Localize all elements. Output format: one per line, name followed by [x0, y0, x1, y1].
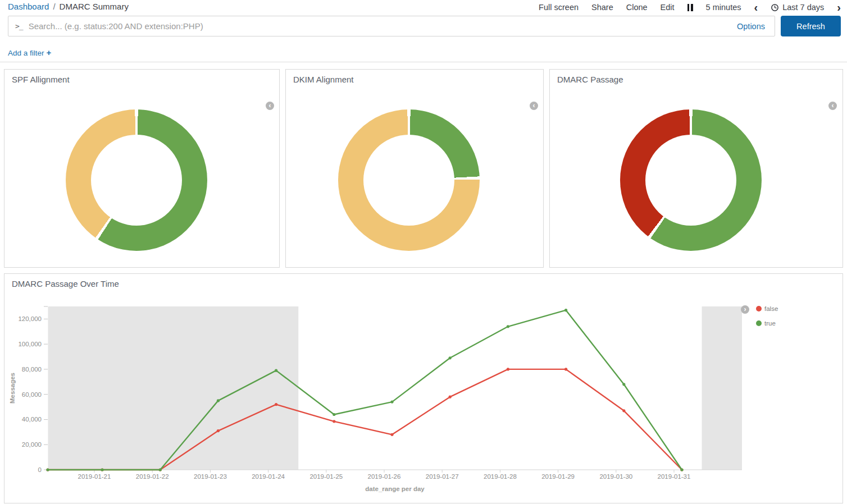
breadcrumb: Dashboard/DMARC Summary — [8, 2, 129, 11]
data-point-true[interactable] — [564, 309, 567, 311]
panel-dmarc-passage-over-time: DMARC Passage Over Time 2019-01-212019-0… — [4, 273, 843, 503]
donut-chart-dmarc[interactable] — [620, 109, 762, 251]
options-link[interactable]: Options — [727, 22, 775, 31]
data-point-true[interactable] — [333, 413, 335, 416]
x-tick-label: 2019-01-21 — [78, 473, 111, 480]
y-axis-title: Messages — [9, 373, 16, 404]
donut-chart-spf[interactable] — [66, 109, 207, 251]
legend-item-true[interactable]: true — [756, 320, 776, 327]
x-tick-label: 2019-01-30 — [599, 473, 632, 480]
y-tick-label: 0 — [38, 466, 42, 473]
data-point-false[interactable] — [564, 368, 567, 370]
x-tick-label: 2019-01-28 — [484, 473, 517, 480]
donut-hole — [91, 135, 182, 226]
time-range-picker[interactable]: Last 7 days — [771, 3, 824, 12]
legend-dot-true — [756, 320, 762, 326]
data-point-false[interactable] — [622, 409, 625, 412]
search-input[interactable] — [29, 21, 727, 31]
search-bar: >_ Options — [8, 16, 775, 36]
data-point-true[interactable] — [507, 325, 509, 328]
donut-hole — [363, 135, 454, 226]
data-point-true[interactable] — [680, 468, 683, 471]
data-point-true[interactable] — [622, 383, 625, 386]
y-tick-label: 80,000 — [22, 366, 42, 373]
top-nav-bar: Dashboard/DMARC Summary Full screen Shar… — [0, 0, 847, 15]
x-tick-label: 2019-01-24 — [252, 473, 285, 480]
data-point-false[interactable] — [333, 420, 335, 423]
data-point-true[interactable] — [46, 468, 49, 471]
panel-spf-allignment: SPF Allignment ‹ — [4, 69, 280, 268]
y-tick-label: 120,000 — [18, 315, 42, 322]
page-title: DMARC Summary — [60, 2, 129, 11]
legend-label: true — [764, 320, 776, 327]
legend-expand-icon[interactable]: › — [741, 305, 749, 314]
donut-hole — [645, 135, 736, 226]
data-point-false[interactable] — [507, 368, 509, 370]
panel-title-timeline: DMARC Passage Over Time — [12, 279, 119, 288]
query-prompt-icon: >_ — [8, 22, 29, 30]
data-point-true[interactable] — [217, 399, 220, 402]
data-point-true[interactable] — [275, 369, 277, 372]
donut-chart-dkim[interactable] — [338, 109, 480, 251]
x-tick-label: 2019-01-23 — [194, 473, 227, 480]
data-point-true[interactable] — [101, 468, 103, 471]
edit-button[interactable]: Edit — [661, 3, 675, 12]
breadcrumb-dashboard-link[interactable]: Dashboard — [8, 2, 49, 11]
panel-dmarc-passage: DMARC Passage ‹ — [549, 69, 843, 268]
legend-collapse-icon[interactable]: ‹ — [828, 102, 837, 110]
time-forward-icon[interactable]: › — [837, 3, 841, 11]
legend-dot-false — [756, 306, 762, 311]
y-tick-label: 100,000 — [18, 341, 42, 347]
x-tick-label: 2019-01-27 — [426, 473, 459, 480]
panel-title-spf: SPF Allignment — [12, 75, 70, 84]
full-screen-button[interactable]: Full screen — [539, 3, 579, 12]
plus-icon: + — [47, 48, 52, 57]
x-tick-label: 2019-01-26 — [368, 473, 401, 480]
x-tick-label: 2019-01-29 — [541, 473, 575, 480]
data-point-false[interactable] — [390, 433, 393, 436]
line-chart: 2019-01-212019-01-222019-01-232019-01-24… — [4, 274, 843, 502]
time-range-label: Last 7 days — [782, 3, 824, 12]
data-point-true[interactable] — [159, 468, 162, 471]
clock-icon — [771, 3, 779, 12]
x-tick-label: 2019-01-25 — [309, 473, 343, 480]
add-filter-label: Add a filter — [8, 49, 44, 57]
data-point-false[interactable] — [275, 403, 277, 406]
legend-item-false[interactable]: false — [756, 305, 778, 312]
panel-title-dkim: DKIM Alignment — [293, 75, 354, 84]
refresh-button[interactable]: Refresh — [781, 16, 841, 36]
out-of-range-band — [702, 306, 742, 470]
breadcrumb-separator: / — [53, 2, 55, 11]
time-back-icon[interactable]: ‹ — [754, 3, 758, 11]
legend-collapse-icon[interactable]: ‹ — [266, 102, 274, 110]
x-tick-label: 2019-01-31 — [658, 473, 691, 480]
data-point-true[interactable] — [449, 356, 452, 359]
y-tick-label: 60,000 — [22, 391, 42, 398]
clone-button[interactable]: Clone — [626, 3, 648, 12]
data-point-true[interactable] — [390, 401, 393, 404]
data-point-false[interactable] — [217, 429, 220, 432]
data-point-false[interactable] — [449, 396, 452, 398]
add-filter-link[interactable]: Add a filter+ — [8, 48, 51, 57]
y-tick-label: 20,000 — [22, 441, 42, 448]
panel-dkim-alignment: DKIM Alignment ‹ — [285, 69, 544, 268]
share-button[interactable]: Share — [591, 3, 613, 12]
y-tick-label: 40,000 — [22, 416, 42, 423]
x-axis-title: date_range per day — [365, 485, 425, 492]
pause-icon[interactable] — [687, 4, 693, 11]
header-divider — [0, 62, 847, 62]
panel-title-dmarc: DMARC Passage — [557, 75, 623, 84]
out-of-range-band — [48, 306, 298, 470]
legend-collapse-icon[interactable]: ‹ — [530, 102, 538, 110]
refresh-interval-button[interactable]: 5 minutes — [706, 3, 741, 12]
nav-actions: Full screen Share Clone Edit 5 minutes ‹… — [539, 0, 841, 15]
legend-label: false — [764, 305, 778, 312]
x-tick-label: 2019-01-22 — [136, 473, 169, 480]
